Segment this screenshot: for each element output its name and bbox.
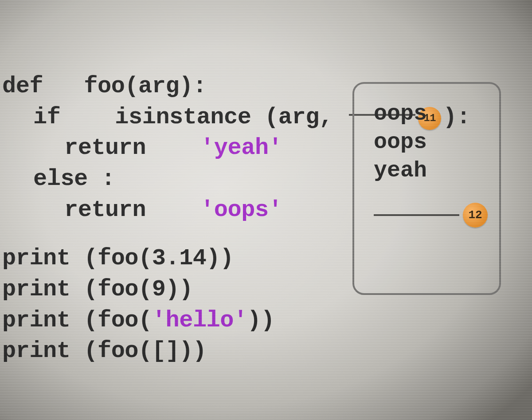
keyword-if: if (33, 104, 60, 130)
string-hello: 'hello' (152, 307, 247, 334)
blank-badge-12: 12 (463, 203, 488, 228)
print-call-4: print (foo([])) (2, 338, 207, 364)
code-line-8: print (foo('hello')) (2, 305, 470, 336)
print-call-3b: )) (247, 307, 274, 334)
keyword-return-1: return (64, 135, 146, 161)
function-name: foo (84, 73, 125, 99)
call-isinstance: isinstance (arg, (115, 104, 332, 130)
keyword-def: def (2, 73, 43, 99)
output-blank-row: 12 (374, 203, 488, 228)
string-yeah: 'yeah' (200, 135, 282, 161)
fill-in-blank-12[interactable] (374, 214, 459, 216)
keyword-else: else : (33, 166, 115, 192)
def-params: (arg): (125, 73, 206, 99)
output-line-2: oops (374, 128, 488, 157)
output-line-3: yeah (374, 157, 488, 185)
print-call-2: print (foo(9)) (2, 276, 193, 302)
string-oops: 'oops' (200, 197, 282, 223)
output-line-1: oops (374, 100, 488, 128)
print-call-1: print (foo(3.14)) (2, 245, 234, 271)
keyword-return-2: return (64, 197, 146, 223)
expected-output-box: oops oops yeah 12 (352, 82, 501, 295)
code-line-9: print (foo([])) (2, 336, 470, 367)
print-call-3a: print (foo( (2, 307, 152, 334)
